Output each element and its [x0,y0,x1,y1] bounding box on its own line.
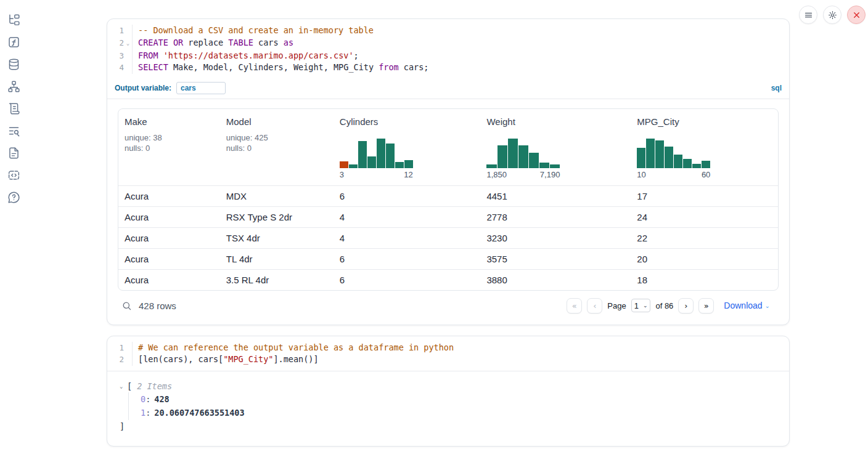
histogram-mpg_city[interactable]: 1060 [637,139,710,179]
prev-page-button[interactable]: ‹ [587,298,602,313]
column-label: Cylinders [340,116,475,127]
fold-chevron-icon[interactable]: ⌄ [124,37,132,50]
page-select-value: 1 [634,301,639,310]
code-line[interactable]: 3FROM 'https://datasets.marimo.app/cars.… [107,50,789,62]
table-cell: 18 [631,270,778,290]
file-explorer-icon[interactable] [7,14,20,26]
table-cell: 4 [334,207,481,227]
download-button[interactable]: Download ⌄ [724,301,770,310]
histogram-bar[interactable] [358,141,367,168]
menu-button[interactable] [799,6,817,24]
output-variable-label: Output variable: [115,84,171,92]
python-output-tree: ⌄ [ 2 Items 0:4281:20.060747663551403 ] [107,371,789,446]
histogram-bar[interactable] [655,140,664,168]
histogram-bar[interactable] [386,144,395,168]
histogram-cylinders[interactable]: 312 [340,139,413,179]
shutdown-button[interactable] [847,6,866,24]
data-table: Makeunique: 38nulls: 0Modelunique: 425nu… [118,108,779,291]
chevron-left-icon: ‹ [593,301,596,310]
code-text: CREATE OR replace TABLE cars as [133,37,293,50]
chevron-down-icon[interactable]: ⌄ [120,380,126,392]
histogram-bar[interactable] [367,156,376,168]
next-page-button[interactable]: › [678,298,694,313]
dependency-graph-icon[interactable] [7,80,20,93]
token-keyword: SELECT [138,62,168,72]
histogram-bar[interactable] [683,159,692,168]
table-cell: 3575 [480,249,631,269]
page-select[interactable]: 1 ⌄ [631,299,651,312]
token-plain: replace [183,38,228,47]
table-cell: 24 [631,207,778,227]
search-button[interactable] [121,301,132,311]
line-number: 2 [107,37,124,50]
column-header-model[interactable]: Modelunique: 425nulls: 0 [220,109,334,185]
code-line[interactable]: 4SELECT Make, Model, Cylinders, Weight, … [107,62,789,74]
code-line[interactable]: 2⌄CREATE OR replace TABLE cars as [107,37,789,50]
axis-max-label: 7,190 [540,170,560,179]
fold-spacer [124,342,132,354]
variables-icon[interactable] [7,36,20,49]
column-header-weight[interactable]: Weight1,8507,190 [480,109,631,185]
histogram-bar[interactable] [646,139,655,168]
histogram-bar[interactable] [497,145,507,168]
histogram-bars [486,139,560,168]
histogram-axis: 1060 [637,170,710,179]
histogram-weight[interactable]: 1,8507,190 [486,139,560,179]
code-line[interactable]: 1# We can reference the output variable … [107,342,789,354]
histogram-bar[interactable] [508,139,518,168]
output-variable-input[interactable] [176,82,226,94]
table-cell: Acura [118,186,220,206]
histogram-bar[interactable] [550,164,560,168]
token-plain [158,51,163,60]
table-cell: 17 [631,186,778,206]
stat-line: nulls: 0 [125,144,214,154]
python-code-editor[interactable]: 1# We can reference the output variable … [107,336,789,371]
settings-button[interactable] [823,6,841,24]
item-value: 20.060747663551403 [154,408,244,418]
histogram-bar[interactable] [674,155,682,168]
histogram-bar[interactable] [518,145,528,168]
code-line[interactable]: 1-- Download a CSV and create an in-memo… [107,25,789,37]
histogram-bar[interactable] [539,163,549,168]
histogram-bar[interactable] [692,164,701,168]
sql-code-editor[interactable]: 1-- Download a CSV and create an in-memo… [107,19,789,79]
token-keyword: from [379,62,399,72]
snippets-icon[interactable] [7,147,20,160]
table-row: Acura3.5 RL 4dr6388018 [118,269,778,290]
histogram-bar[interactable] [637,148,645,168]
table-cell: 6 [334,270,481,290]
language-badge[interactable]: sql [771,84,782,92]
histogram-bar[interactable] [404,160,413,168]
axis-min-label: 1,850 [486,170,507,179]
token-keyword: FROM [138,51,158,60]
last-page-button[interactable]: » [698,298,714,313]
column-header-mpg_city[interactable]: MPG_City1060 [631,109,778,185]
help-icon[interactable] [7,191,20,204]
column-header-make[interactable]: Makeunique: 38nulls: 0 [118,109,220,185]
axis-max-label: 60 [702,170,710,179]
line-number: 2 [107,354,124,366]
token-keyword: OR [173,38,183,47]
token-keyword: as [284,38,293,47]
histogram-bar[interactable] [349,164,358,168]
histogram-bar[interactable] [665,147,673,168]
documentation-icon[interactable] [7,169,20,182]
first-page-button[interactable]: « [567,298,582,313]
outline-icon[interactable] [7,102,20,115]
line-number: 1 [107,342,124,354]
line-number: 3 [107,50,124,62]
histogram-bar[interactable] [340,161,348,168]
histogram-bar[interactable] [702,161,710,168]
table-row: AcuraRSX Type S 2dr4277824 [118,206,778,227]
datasources-icon[interactable] [7,58,20,71]
logs-icon[interactable] [7,124,20,137]
histogram-bar[interactable] [395,162,404,168]
column-label: Model [226,116,327,127]
code-line[interactable]: 2[len(cars), cars["MPG_City"].mean()] [107,354,789,366]
histogram-bar[interactable] [529,153,539,168]
column-header-cylinders[interactable]: Cylinders312 [334,109,481,185]
histogram-bar[interactable] [377,139,385,168]
window-controls [799,6,866,24]
page-label: Page [607,301,626,310]
histogram-bar[interactable] [486,164,496,168]
